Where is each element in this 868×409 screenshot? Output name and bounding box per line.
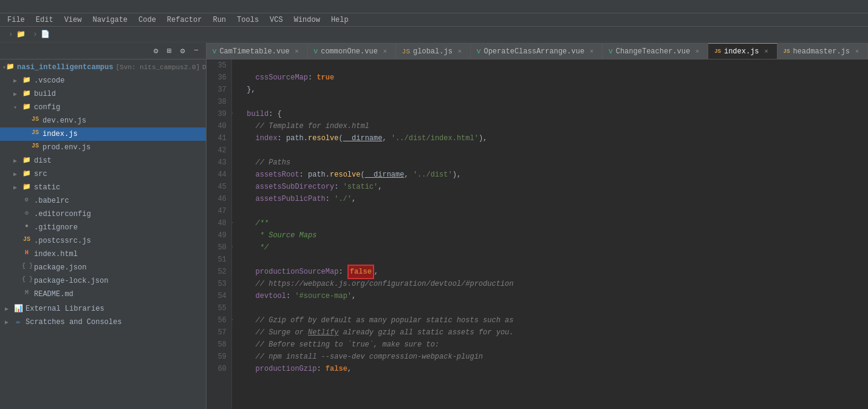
menu-item-view[interactable]: View bbox=[60, 15, 87, 25]
sidebar-item-package-lock[interactable]: ▶ { } package-lock.json bbox=[0, 274, 206, 288]
line-num-52: 52 bbox=[207, 266, 227, 278]
tab-close-global[interactable]: × bbox=[456, 47, 464, 56]
tab-close-index[interactable]: × bbox=[762, 47, 771, 56]
line-num-46: 46 bbox=[207, 193, 227, 205]
vue-icon-change: V bbox=[609, 48, 613, 55]
code-40-comment: // Template for index.html bbox=[256, 120, 369, 132]
menu-item-navigate[interactable]: Navigate bbox=[87, 15, 132, 25]
sidebar-item-static[interactable]: ▶ 📁 static bbox=[0, 181, 206, 194]
expand-arrow-index: ▶ bbox=[22, 130, 30, 138]
sidebar-item-index-js[interactable]: ▶ JS index.js bbox=[0, 127, 206, 141]
path-bar: › 📁 › 📄 bbox=[0, 27, 868, 42]
code-line-41: index: path.resolve(__dirname, '../dist/… bbox=[238, 132, 868, 144]
code-49-1 bbox=[238, 229, 260, 242]
root-label: nasi_intelligentcampus bbox=[17, 63, 113, 72]
code-editor: 35 36 37 38 39 40 41 42 43 44 45 46 47 4… bbox=[207, 59, 868, 409]
code-52-1 bbox=[238, 266, 256, 278]
sidebar-item-gitignore[interactable]: ▶ ● .gitignore bbox=[0, 221, 206, 234]
code-54-prop: devtool bbox=[256, 290, 286, 302]
tab-headmaster[interactable]: JS headmaster.js × bbox=[777, 43, 868, 59]
tab-label-change: ChangeTeacher.vue bbox=[616, 47, 690, 56]
code-line-38 bbox=[238, 96, 868, 108]
sidebar-item-dist[interactable]: ▶ 📁 dist bbox=[0, 154, 206, 167]
sidebar-item-vscode[interactable]: ▶ 📁 .vscode bbox=[0, 74, 206, 87]
code-44-4: , bbox=[404, 169, 412, 181]
tab-close-common[interactable]: × bbox=[381, 47, 389, 56]
tab-close-headmaster[interactable]: × bbox=[853, 47, 861, 56]
code-44-str: '../dist' bbox=[413, 169, 453, 181]
close-sidebar-icon[interactable]: − bbox=[191, 46, 201, 56]
code-43-comment: // Paths bbox=[256, 157, 291, 169]
code-56-1 bbox=[238, 314, 256, 326]
code-content[interactable]: cssSourceMap: true }, ▾ build: { // Temp… bbox=[232, 59, 868, 409]
gear-icon[interactable]: ⊞ bbox=[165, 46, 174, 56]
tab-camtimetable[interactable]: V CamTimetable.vue × bbox=[207, 43, 308, 59]
sidebar-item-readme[interactable]: ▶ M README.md bbox=[0, 288, 206, 301]
expand-arrow-static: ▶ bbox=[13, 184, 22, 191]
sidebar-item-postcssrc[interactable]: ▶ JS .postcssrc.js bbox=[0, 234, 206, 248]
cog-icon[interactable]: ⚙ bbox=[151, 46, 161, 56]
sidebar-item-external-libs[interactable]: ▶ 📊 External Libraries bbox=[0, 302, 206, 316]
sidebar-item-package-json[interactable]: ▶ { } package.json bbox=[0, 261, 206, 274]
code-44-path: path. bbox=[308, 169, 330, 181]
menu-item-code[interactable]: Code bbox=[134, 15, 161, 25]
sidebar-item-babelrc[interactable]: ▶ ⚙ .babelrc bbox=[0, 194, 206, 208]
tab-operateclass[interactable]: V OperateClassArrange.vue × bbox=[471, 43, 603, 59]
sidebar-item-build[interactable]: ▶ 📁 build bbox=[0, 87, 206, 101]
dist-label: dist bbox=[34, 157, 52, 165]
fold-icon-50[interactable]: ▾ bbox=[232, 243, 236, 252]
line-num-36: 36 bbox=[207, 72, 227, 84]
code-36-colon: : bbox=[308, 72, 316, 84]
line-num-41: 41 bbox=[207, 132, 227, 144]
folder-icon-build: 📁 bbox=[22, 89, 32, 99]
sidebar-item-index-html[interactable]: ▶ H index.html bbox=[0, 248, 206, 261]
code-36-prop: cssSourceMap bbox=[256, 72, 308, 84]
code-line-53: // https://webpack.js.org/configuration/… bbox=[238, 278, 868, 290]
code-45-2: : bbox=[334, 181, 343, 193]
sidebar-item-prod-env[interactable]: ▶ JS prod.env.js bbox=[0, 141, 206, 154]
sidebar-item-dev-env[interactable]: ▶ JS dev.env.js bbox=[0, 114, 206, 127]
code-37: }, bbox=[238, 84, 256, 96]
md-icon: M bbox=[22, 289, 32, 299]
code-44-prop: assetsRoot bbox=[256, 169, 299, 181]
expand-arrow-vscode: ▶ bbox=[13, 77, 22, 84]
sidebar-item-root[interactable]: ▾ 📁 nasi_intelligentcampus [Svn: nits_ca… bbox=[0, 61, 206, 74]
tab-global-js[interactable]: JS global.js × bbox=[396, 43, 471, 59]
tab-close-cam[interactable]: × bbox=[293, 47, 301, 56]
fold-icon-48[interactable]: ▾ bbox=[232, 219, 236, 228]
index-js-label: index.js bbox=[43, 130, 78, 138]
expand-arrow-ext-libs: ▶ bbox=[5, 305, 13, 313]
code-59-comment: // npm install --save-dev compression-we… bbox=[256, 351, 483, 363]
code-41-4: , bbox=[382, 132, 391, 144]
menu-item-run[interactable]: Run bbox=[208, 15, 231, 25]
tab-commonone[interactable]: V commonOne.vue × bbox=[308, 43, 396, 59]
menu-item-help[interactable]: Help bbox=[326, 15, 354, 25]
code-line-43: // Paths bbox=[238, 157, 868, 169]
sidebar-item-config[interactable]: ▾ 📁 config bbox=[0, 101, 206, 114]
postcssrc-label: .postcssrc.js bbox=[34, 237, 91, 245]
menu-item-edit[interactable]: Edit bbox=[31, 15, 58, 25]
tab-changeteacher[interactable]: V ChangeTeacher.vue × bbox=[603, 43, 708, 59]
line-num-59: 59 bbox=[207, 351, 227, 363]
sidebar-item-src[interactable]: ▶ 📁 src bbox=[0, 167, 206, 181]
tab-close-change[interactable]: × bbox=[693, 47, 702, 56]
settings-icon[interactable]: ⚙ bbox=[178, 46, 188, 56]
code-39-2: : { bbox=[268, 108, 282, 120]
line-num-43: 43 bbox=[207, 157, 227, 169]
menu-item-window[interactable]: Window bbox=[289, 15, 325, 25]
menu-item-tools[interactable]: Tools bbox=[232, 15, 264, 25]
code-46-2: : bbox=[326, 193, 334, 205]
tab-close-operate[interactable]: × bbox=[587, 47, 596, 56]
code-45-prop: assetsSubDirectory bbox=[256, 181, 335, 193]
code-line-36: cssSourceMap: true bbox=[238, 72, 868, 84]
sidebar-item-editorconfig[interactable]: ▶ ⊙ .editorconfig bbox=[0, 208, 206, 221]
code-line-56: ▾ // Gzip off by default as many popular… bbox=[238, 314, 868, 326]
fold-icon-39[interactable]: ▾ bbox=[232, 110, 236, 118]
menu-item-refactor[interactable]: Refactor bbox=[162, 15, 207, 25]
tab-index-js[interactable]: JS index.js × bbox=[708, 43, 777, 59]
menu-item-file[interactable]: File bbox=[2, 15, 30, 25]
sidebar-item-scratches[interactable]: ▶ ✏ Scratches and Consoles bbox=[0, 316, 206, 329]
menu-item-vcs[interactable]: VCS bbox=[265, 15, 288, 25]
gitignore-icon: ● bbox=[22, 223, 32, 232]
fold-icon-56[interactable]: ▾ bbox=[232, 316, 236, 325]
